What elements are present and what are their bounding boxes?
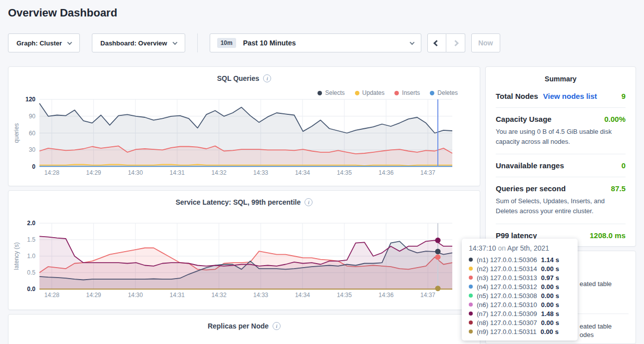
replicas-per-node-title: Replicas per Node i (8, 322, 480, 330)
total-nodes-value: 9 (622, 92, 626, 100)
tooltip-row: (n8) 127.0.0.1:503070.00 s (469, 318, 571, 327)
view-nodes-list-link[interactable]: View nodes list (543, 92, 597, 100)
service-latency-chart[interactable]: 0.00.51.01.52.014:2814:2914:3014:3114:32… (8, 220, 481, 304)
series-dot-icon (469, 285, 473, 289)
svg-text:30: 30 (29, 146, 36, 153)
legend-label: Deletes (437, 89, 458, 96)
capacity-usage-desc: You are using 0 B of 4.5 GiB usable disk… (496, 127, 626, 147)
tooltip-rows: (n1) 127.0.0.1:503061.14 s(n2) 127.0.0.1… (469, 255, 571, 336)
capacity-usage-label: Capacity Usage (496, 115, 552, 123)
tooltip-row: (n2) 127.0.0.1:503140.00 s (469, 264, 571, 273)
svg-text:14:28: 14:28 (44, 169, 59, 176)
event-item-fragment[interactable]: eated table (580, 280, 612, 288)
tooltip-node-label: (n9) 127.0.0.1:50311 (477, 328, 537, 336)
svg-text:14:35: 14:35 (337, 169, 352, 176)
svg-text:14:36: 14:36 (378, 292, 393, 299)
chevron-left-icon (433, 40, 440, 46)
qps-label: Queries per second (496, 184, 566, 193)
summary-row-total-nodes: Total Nodes View nodes list 9 (496, 92, 626, 100)
chevron-down-icon (172, 40, 177, 45)
svg-text:14:30: 14:30 (128, 169, 143, 176)
time-nav-group (427, 33, 465, 52)
dashboard-dropdown[interactable]: Dashboard: Overview (92, 33, 185, 52)
legend-dot-icon (394, 91, 399, 95)
svg-text:latency (s): latency (s) (13, 242, 20, 270)
svg-text:14:31: 14:31 (170, 169, 185, 176)
svg-text:14:28: 14:28 (44, 292, 59, 299)
time-range-label: Past 10 Minutes (243, 39, 296, 47)
chevron-down-icon (409, 40, 414, 45)
svg-text:14:32: 14:32 (212, 292, 227, 299)
series-dot-icon (469, 267, 473, 271)
svg-text:queries: queries (13, 123, 20, 143)
legend-label: Updates (362, 89, 385, 96)
svg-text:14:30: 14:30 (128, 292, 143, 299)
summary-row-unavailable: Unavailable ranges 0 (496, 161, 626, 170)
svg-text:14:32: 14:32 (212, 169, 227, 176)
tooltip-node-value: 0.00 s (541, 328, 559, 336)
svg-text:14:37: 14:37 (420, 292, 435, 299)
svg-text:60: 60 (29, 130, 36, 137)
toolbar-divider (197, 33, 198, 52)
tooltip-row: (n3) 127.0.0.1:503130.97 s (469, 273, 571, 282)
tooltip-row: (n9) 127.0.0.1:503110.00 s (469, 327, 571, 336)
legend-item-deletes[interactable]: Deletes (430, 89, 458, 96)
info-icon[interactable]: i (305, 198, 313, 206)
legend-item-inserts[interactable]: Inserts (394, 89, 420, 96)
tooltip-node-label: (n4) 127.0.0.1:50312 (477, 283, 537, 291)
next-time-button[interactable] (446, 33, 465, 52)
graph-dropdown-label: Graph: Cluster (16, 39, 62, 47)
legend-label: Selects (325, 89, 344, 96)
info-icon[interactable]: i (263, 74, 271, 82)
toolbar: Graph: Cluster Dashboard: Overview 10m P… (8, 33, 500, 52)
tooltip-node-value: 0.97 s (541, 274, 559, 282)
tooltip-node-label: (n2) 127.0.0.1:50314 (477, 265, 537, 273)
series-dot-icon (469, 294, 473, 298)
divider (496, 107, 626, 108)
tooltip-node-value: 0.00 s (541, 319, 559, 327)
tooltip-row: (n7) 127.0.0.1:503091.48 s (469, 309, 571, 318)
legend-item-updates[interactable]: Updates (355, 89, 385, 96)
summary-row-qps: Queries per second 87.5 (496, 184, 626, 193)
summary-panel: Summary Total Nodes View nodes list 9 Ca… (485, 66, 636, 247)
time-range-selector[interactable]: 10m Past 10 Minutes (210, 33, 421, 52)
svg-text:1.5: 1.5 (27, 236, 35, 243)
now-button[interactable]: Now (471, 33, 500, 52)
divider (496, 224, 626, 224)
tooltip-node-label: (n7) 127.0.0.1:50309 (477, 310, 537, 318)
series-dot-icon (469, 321, 473, 325)
sql-queries-chart[interactable]: 030609012014:2814:2914:3014:3114:3214:33… (8, 96, 481, 181)
svg-text:90: 90 (29, 113, 36, 120)
dashboard-dropdown-label: Dashboard: Overview (100, 39, 167, 47)
tooltip-node-label: (n3) 127.0.0.1:50313 (477, 274, 537, 282)
legend-item-selects[interactable]: Selects (318, 89, 344, 96)
svg-text:14:33: 14:33 (253, 292, 268, 299)
divider (496, 177, 626, 177)
svg-text:120: 120 (25, 96, 35, 103)
tooltip-node-value: 0.00 s (541, 265, 559, 273)
prev-time-button[interactable] (427, 33, 446, 52)
p99-latency-label: P99 latency (496, 231, 537, 240)
event-item-fragment[interactable]: eated table (580, 323, 612, 330)
event-item-fragment[interactable]: odes (580, 331, 594, 339)
legend-dot-icon (318, 91, 322, 95)
divider (496, 154, 626, 154)
sql-queries-title: SQL Queries i (8, 74, 480, 82)
summary-title: Summary (496, 75, 626, 83)
unavailable-ranges-value: 0 (622, 161, 626, 170)
tooltip-timestamp: 14:37:10 on Apr 5th, 2021 (469, 244, 571, 252)
svg-text:14:31: 14:31 (170, 292, 185, 299)
page-title: Overview Dashboard (8, 6, 117, 19)
sql-queries-card: SQL Queries i SelectsUpdatesInsertsDelet… (8, 66, 480, 186)
svg-text:2.0: 2.0 (27, 220, 35, 227)
tooltip-node-label: (n5) 127.0.0.1:50308 (477, 292, 537, 300)
svg-text:14:34: 14:34 (295, 292, 310, 299)
svg-text:0.0: 0.0 (27, 286, 35, 293)
svg-text:0.5: 0.5 (27, 269, 35, 276)
graph-dropdown[interactable]: Graph: Cluster (8, 33, 80, 52)
service-latency-title: Service Latency: SQL, 99th percentile i (8, 198, 480, 206)
tooltip-node-value: 1.48 s (541, 310, 559, 318)
info-icon[interactable]: i (273, 322, 281, 330)
p99-latency-value: 1208.0 ms (590, 231, 626, 240)
tooltip-row: (n5) 127.0.0.1:503080.00 s (469, 291, 571, 300)
